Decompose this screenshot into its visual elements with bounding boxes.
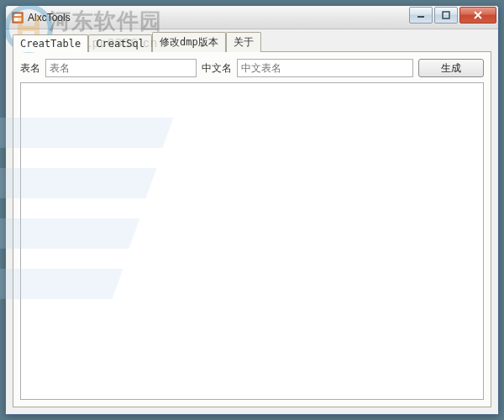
app-icon	[11, 11, 24, 24]
titlebar[interactable]: AlxcTools	[6, 6, 498, 29]
form-row: 表名 中文名 生成	[20, 59, 484, 77]
maximize-button[interactable]	[434, 7, 458, 24]
maximize-icon	[442, 11, 450, 19]
minimize-icon	[417, 11, 425, 19]
svg-rect-2	[14, 18, 22, 21]
close-icon	[473, 11, 483, 19]
generate-button[interactable]: 生成	[418, 59, 484, 77]
tab-about[interactable]: 关于	[226, 32, 261, 52]
chinese-name-input[interactable]	[237, 59, 413, 77]
svg-line-5	[475, 12, 481, 18]
tab-strip: CreatTable CreatSql 修改dmp版本 关于	[13, 33, 491, 51]
window-title: AlxcTools	[28, 12, 407, 24]
table-name-label: 表名	[20, 61, 40, 76]
chinese-name-label: 中文名	[202, 61, 232, 76]
tab-creatsql[interactable]: CreatSql	[88, 34, 152, 52]
svg-rect-4	[443, 12, 449, 18]
output-textarea[interactable]	[20, 82, 484, 400]
tab-modify-dmp[interactable]: 修改dmp版本	[152, 32, 226, 52]
close-button[interactable]	[459, 7, 496, 24]
app-window: AlxcTools CreatTable CreatSql 修改dmp版本 关于…	[5, 5, 499, 415]
tab-panel-creattable: 表名 中文名 生成	[13, 51, 491, 407]
svg-rect-1	[14, 13, 22, 16]
svg-line-6	[475, 12, 481, 18]
minimize-button[interactable]	[409, 7, 433, 24]
client-area: CreatTable CreatSql 修改dmp版本 关于 表名 中文名 生成	[6, 29, 498, 414]
window-controls	[407, 7, 496, 24]
table-name-input[interactable]	[45, 59, 197, 77]
tab-creattable[interactable]: CreatTable	[13, 34, 88, 52]
